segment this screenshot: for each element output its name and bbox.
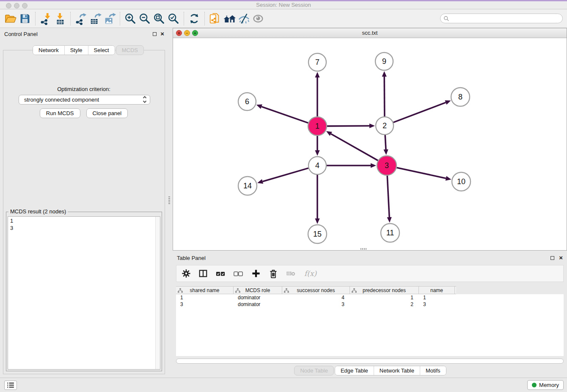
graph-edge-1-6[interactable]	[256, 105, 308, 123]
graph-node-4[interactable]: 4	[308, 157, 326, 174]
tab-select[interactable]: Select	[88, 46, 115, 55]
close-window-icon[interactable]	[6, 3, 11, 8]
table-cell[interactable]: 3	[282, 301, 350, 308]
show-graphics-details-button[interactable]	[251, 11, 265, 26]
deselect-all-button[interactable]	[233, 269, 243, 278]
graph-node-3[interactable]: 3	[377, 156, 396, 175]
select-all-button[interactable]	[215, 269, 226, 278]
graph-edge-4-15[interactable]	[315, 175, 319, 224]
tab-network-table[interactable]: Network Table	[374, 366, 420, 375]
network-resize-handle[interactable]	[361, 248, 367, 250]
network-window-titlebar: × − + scc.txt	[173, 28, 567, 38]
close-panel-button[interactable]: Close panel	[86, 108, 128, 118]
delete-table-button-disabled[interactable]	[286, 269, 297, 278]
search-input[interactable]	[440, 14, 563, 23]
tab-network[interactable]: Network	[33, 46, 65, 55]
zoom-in-button[interactable]	[123, 11, 138, 26]
graph-node-15[interactable]: 15	[308, 225, 327, 243]
tab-node-table[interactable]: Node Table	[294, 366, 334, 375]
panel-divider-handle[interactable]	[168, 196, 170, 204]
zoom-selected-button[interactable]	[166, 11, 181, 26]
task-history-button[interactable]	[4, 381, 17, 390]
graph-edge-1-2[interactable]	[327, 124, 375, 128]
zoom-out-button[interactable]	[138, 11, 152, 26]
graph-edge-3-1[interactable]	[326, 131, 378, 160]
export-network-button[interactable]	[74, 11, 88, 26]
mcds-result-textarea[interactable]: 13	[8, 216, 160, 370]
table-toolbar: f(x)	[176, 265, 564, 282]
table-cell[interactable]: dominator	[234, 294, 282, 301]
zoom-window-icon[interactable]	[22, 3, 28, 8]
toggle-panel-layout-button[interactable]	[198, 269, 208, 278]
delete-column-button[interactable]	[269, 268, 278, 279]
run-mcds-button[interactable]: Run MCDS	[40, 108, 80, 118]
memory-button[interactable]: Memory	[527, 380, 564, 390]
tab-mcds[interactable]: MCDS	[116, 45, 144, 55]
fit-content-button[interactable]	[152, 11, 166, 26]
export-table-button[interactable]	[88, 11, 102, 26]
table-settings-button[interactable]	[182, 269, 191, 278]
column-header-successor-nodes[interactable]: successor nodes	[282, 287, 350, 294]
graph-node-1[interactable]: 1	[308, 117, 327, 135]
maximize-network-icon[interactable]: +	[192, 30, 198, 36]
tab-edge-table[interactable]: Edge Table	[335, 366, 374, 375]
network-canvas[interactable]: 7968124314101511	[173, 38, 567, 250]
column-header-name[interactable]: name	[419, 287, 455, 294]
add-column-button[interactable]	[251, 268, 261, 279]
save-session-button[interactable]	[18, 11, 32, 26]
table-cell[interactable]: dominator	[234, 301, 282, 308]
table-cell[interactable]: 3	[419, 301, 455, 308]
home-button[interactable]	[222, 11, 237, 26]
close-panel-icon[interactable]: ×	[160, 30, 164, 37]
table-cell[interactable]: 1	[419, 294, 455, 301]
table-horizontal-scrollbar[interactable]	[176, 359, 564, 364]
table-cell[interactable]: 1	[176, 294, 234, 301]
result-scrollbar[interactable]	[155, 217, 160, 369]
table-row[interactable]: 3dominator323	[176, 301, 564, 308]
float-table-panel-icon[interactable]	[550, 256, 554, 260]
open-session-button[interactable]	[3, 11, 18, 26]
graph-edge-4-14[interactable]	[257, 168, 308, 184]
column-header-MCDS-role[interactable]: MCDS role	[234, 287, 282, 294]
function-builder-button-disabled[interactable]: f(x)	[304, 269, 317, 278]
minimize-window-icon[interactable]	[14, 3, 19, 8]
unchecked-boxes-icon	[233, 269, 243, 278]
graph-edge-2-8[interactable]	[394, 100, 451, 122]
graph-node-11[interactable]: 11	[381, 224, 399, 242]
graph-node-8[interactable]: 8	[451, 88, 470, 106]
refresh-view-button[interactable]	[187, 11, 201, 26]
graph-edge-2-3[interactable]	[383, 135, 388, 155]
graph-node-6[interactable]: 6	[238, 93, 256, 110]
graph-node-14[interactable]: 14	[238, 177, 257, 195]
criterion-select[interactable]: strongly connected component	[19, 95, 150, 105]
graph-edge-3-10[interactable]	[396, 168, 451, 181]
minimize-network-icon[interactable]: −	[184, 30, 190, 36]
hide-panels-button[interactable]	[237, 11, 251, 26]
float-panel-icon[interactable]	[153, 32, 157, 36]
svg-text:11: 11	[386, 229, 394, 237]
close-table-panel-icon[interactable]: ×	[559, 254, 563, 261]
table-cell[interactable]: 2	[350, 301, 419, 308]
column-header-shared-name[interactable]: shared name	[176, 287, 234, 294]
column-header-predecessor-nodes[interactable]: predecessor nodes	[350, 287, 419, 294]
graph-edge-1-7[interactable]	[315, 72, 319, 116]
graph-node-2[interactable]: 2	[376, 117, 394, 135]
tab-motifs[interactable]: Motifs	[420, 366, 446, 375]
table-cell[interactable]: 4	[282, 294, 350, 301]
table-row[interactable]: 1dominator411	[176, 294, 564, 301]
graph-node-10[interactable]: 10	[452, 172, 471, 191]
graph-edge-1-4[interactable]	[315, 136, 319, 156]
graph-edge-2-9[interactable]	[382, 71, 387, 116]
table-cell[interactable]: 3	[176, 301, 234, 308]
new-network-button[interactable]	[208, 11, 222, 26]
close-network-icon[interactable]: ×	[176, 30, 182, 36]
graph-edge-4-3[interactable]	[327, 163, 376, 168]
table-cell[interactable]: 1	[350, 294, 419, 301]
graph-node-9[interactable]: 9	[375, 52, 393, 70]
export-image-button[interactable]	[102, 11, 117, 26]
import-network-button[interactable]	[39, 11, 53, 26]
graph-node-7[interactable]: 7	[308, 53, 326, 71]
import-table-button[interactable]	[53, 11, 67, 26]
tab-style[interactable]: Style	[65, 46, 88, 55]
graph-edge-3-11[interactable]	[387, 176, 392, 223]
